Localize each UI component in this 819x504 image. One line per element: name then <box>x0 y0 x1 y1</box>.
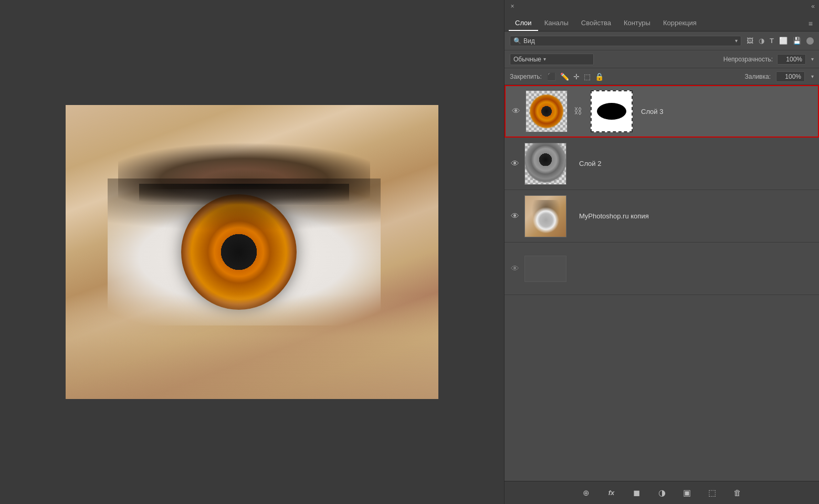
new-group-button[interactable]: ▣ <box>680 486 695 500</box>
opacity-arrow[interactable]: ▾ <box>811 56 814 62</box>
fill-value[interactable]: 100% <box>776 71 805 82</box>
blend-mode-dropdown[interactable]: Обычные ▾ <box>510 54 594 65</box>
lock-icons-group: ⬛ ✏️ ✛ ⬚ 🔒 <box>547 72 604 81</box>
panel-collapse-button[interactable]: « <box>811 3 815 10</box>
layer-item-layer2[interactable]: 👁 Слой 2 <box>505 138 819 190</box>
layer3-visibility-icon[interactable]: 👁 <box>511 107 521 116</box>
mask-eye-svg <box>596 101 627 122</box>
blend-mode-arrow: ▾ <box>543 56 546 62</box>
lock-label: Закрепить: <box>510 73 542 80</box>
lock-move-icon[interactable]: ✛ <box>573 72 580 81</box>
layer3-thumb-image <box>526 91 567 132</box>
layer3-thumbnail <box>526 90 568 132</box>
layer-item-bg-copy[interactable]: 👁 MyPhotoshop.ru копия <box>505 190 819 243</box>
layer2-visibility-icon[interactable]: 👁 <box>510 159 520 169</box>
layers-list[interactable]: 👁 ⛓ Слой 3 <box>505 85 819 481</box>
canvas-lashes <box>139 184 349 215</box>
fill-arrow[interactable]: ▾ <box>811 74 814 79</box>
fill-label: Заливка: <box>744 73 771 80</box>
tab-layers[interactable]: Слои <box>509 16 538 31</box>
panel-menu-icon[interactable]: ≡ <box>806 16 815 31</box>
filter-search-dropdown-icon[interactable]: ▾ <box>735 38 738 44</box>
panel-header-bar: × « <box>505 0 819 13</box>
lock-pixels-icon[interactable]: ⬛ <box>547 72 556 81</box>
main-canvas[interactable] <box>66 105 438 399</box>
filter-row: 🔍 ▾ 🖼 ◑ T ⬜ 💾 <box>505 32 819 50</box>
filter-image-icon[interactable]: 🖼 <box>746 36 754 46</box>
filter-text-icon[interactable]: T <box>769 36 775 46</box>
link-layers-button[interactable]: ⊕ <box>579 486 594 500</box>
filter-search-box[interactable]: 🔍 ▾ <box>510 36 741 46</box>
bg-copy-visibility-icon[interactable]: 👁 <box>510 212 520 221</box>
filter-smart-icon[interactable]: 💾 <box>792 36 802 46</box>
delete-layer-button[interactable]: 🗑 <box>730 486 745 500</box>
panel-tabs-row: Слои Каналы Свойства Контуры Коррекция ≡ <box>505 13 819 32</box>
filter-icon-group: 🖼 ◑ T ⬜ 💾 <box>746 36 802 46</box>
add-fx-button[interactable]: fx <box>604 486 619 500</box>
layer-item-partial[interactable]: 👁 <box>505 243 819 295</box>
layer2-thumb-image <box>525 143 566 184</box>
lock-artboard-icon[interactable]: ⬚ <box>584 72 591 81</box>
tab-paths[interactable]: Контуры <box>617 16 657 31</box>
new-layer-button[interactable]: ⬚ <box>705 486 720 500</box>
partial-visibility-icon[interactable]: 👁 <box>510 264 520 274</box>
bg-copy-name: MyPhotoshop.ru копия <box>571 212 814 220</box>
layers-bottom-toolbar: ⊕ fx ◼ ◑ ▣ ⬚ 🗑 <box>505 481 819 504</box>
partial-thumbnail <box>524 256 566 282</box>
layers-panel: × « Слои Каналы Свойства Контуры Коррекц… <box>504 0 819 504</box>
layer2-thumbnail <box>524 143 566 185</box>
lock-paint-icon[interactable]: ✏️ <box>560 72 569 81</box>
bg-copy-thumb-image <box>525 196 566 237</box>
blend-opacity-row: Обычные ▾ Непрозрачность: 100% ▾ <box>505 50 819 68</box>
blend-mode-label: Обычные <box>513 56 541 63</box>
panel-close-button[interactable]: × <box>509 3 516 10</box>
layer2-name: Слой 2 <box>571 160 814 167</box>
bg-copy-thumbnail <box>524 195 566 237</box>
new-fill-layer-button[interactable]: ◑ <box>655 486 669 500</box>
tab-channels[interactable]: Каналы <box>538 16 575 31</box>
canvas-skin-texture <box>66 294 438 399</box>
layer3-mask-link-icon: ⛓ <box>572 107 584 116</box>
add-mask-button[interactable]: ◼ <box>629 486 644 500</box>
filter-shape-icon[interactable]: ⬜ <box>778 36 789 46</box>
opacity-label: Непрозрачность: <box>723 56 773 63</box>
layer-item-layer3[interactable]: 👁 ⛓ Слой 3 <box>505 85 819 138</box>
layer3-mask-thumbnail[interactable] <box>591 90 633 132</box>
canvas-area <box>0 0 504 504</box>
layer3-mask-image <box>592 91 632 131</box>
svg-point-3 <box>605 111 607 113</box>
layer3-name: Слой 3 <box>637 108 813 116</box>
lock-all-icon[interactable]: 🔒 <box>595 72 604 81</box>
filter-circle-icon[interactable]: ◑ <box>758 36 765 46</box>
opacity-value[interactable]: 100% <box>777 54 806 65</box>
filter-active-indicator[interactable] <box>806 37 814 45</box>
lock-row: Закрепить: ⬛ ✏️ ✛ ⬚ 🔒 Заливка: 100% ▾ <box>505 68 819 85</box>
search-icon: 🔍 <box>513 37 521 45</box>
tab-properties[interactable]: Свойства <box>575 16 617 31</box>
tab-correction[interactable]: Коррекция <box>657 16 703 31</box>
filter-search-input[interactable] <box>523 37 733 45</box>
